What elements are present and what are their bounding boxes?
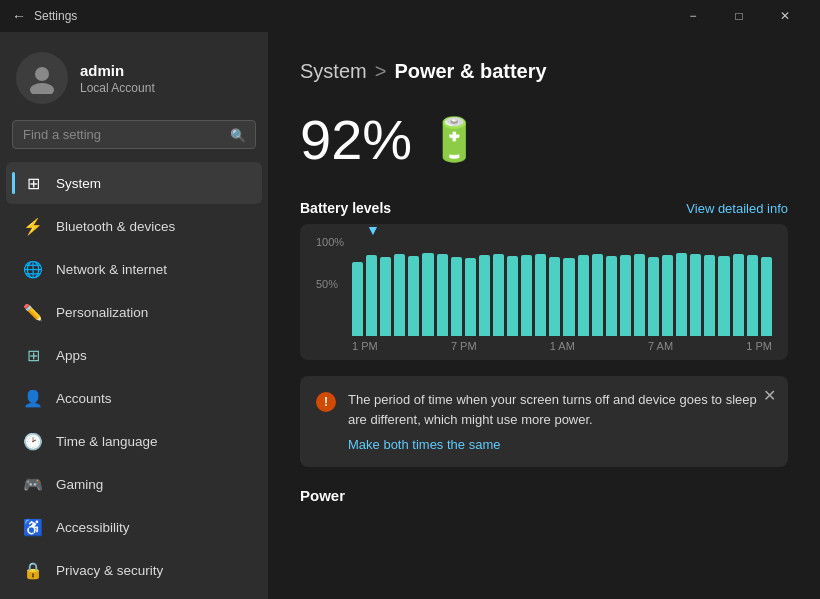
minimize-button[interactable]: − <box>670 0 716 32</box>
bluetooth-nav-label: Bluetooth & devices <box>56 219 175 234</box>
alert-action-link[interactable]: Make both times the same <box>348 437 500 452</box>
personalization-nav-icon: ✏️ <box>22 301 44 323</box>
user-account-type: Local Account <box>80 81 155 95</box>
user-name: admin <box>80 62 155 79</box>
chart-title: Battery levels <box>300 200 391 216</box>
sidebar-item-windows[interactable]: ↻Windows Update <box>6 592 262 599</box>
sidebar-item-time[interactable]: 🕑Time & language <box>6 420 262 462</box>
chart-bar <box>493 254 504 336</box>
user-avatar-icon <box>26 62 58 94</box>
chart-bar <box>408 256 419 336</box>
privacy-nav-icon: 🔒 <box>22 559 44 581</box>
title-bar: ← Settings − □ ✕ <box>0 0 820 32</box>
gaming-nav-icon: 🎮 <box>22 473 44 495</box>
breadcrumb: System > Power & battery <box>300 60 788 83</box>
chart-bar <box>422 253 433 336</box>
chart-bar <box>733 254 744 336</box>
apps-nav-icon: ⊞ <box>22 344 44 366</box>
maximize-button[interactable]: □ <box>716 0 762 32</box>
chart-bar <box>690 254 701 336</box>
x-axis-label: 7 PM <box>451 340 477 352</box>
svg-point-0 <box>35 67 49 81</box>
breadcrumb-separator: > <box>375 60 387 83</box>
battery-display: 92% 🔋 <box>300 107 788 172</box>
chart-bar <box>479 255 490 336</box>
alert-text: The period of time when your screen turn… <box>348 390 772 429</box>
chart-bar <box>676 253 687 336</box>
chart-bar <box>592 254 603 336</box>
battery-chart: 100% 50% ▼ 1 PM7 PM1 AM7 AM1 PM <box>300 224 788 360</box>
chart-bar <box>563 258 574 336</box>
chart-bar <box>648 257 659 336</box>
x-axis-label: 1 PM <box>746 340 772 352</box>
chart-bar <box>761 257 772 336</box>
chart-bar <box>366 255 377 336</box>
svg-point-1 <box>30 83 54 94</box>
chart-bar <box>634 254 645 336</box>
back-icon[interactable]: ← <box>12 8 26 24</box>
chart-bar <box>394 254 405 336</box>
network-nav-label: Network & internet <box>56 262 167 277</box>
sidebar-nav: ⊞System⚡Bluetooth & devices🌐Network & in… <box>0 161 268 599</box>
chart-bar <box>521 255 532 336</box>
x-axis-label: 1 PM <box>352 340 378 352</box>
time-nav-icon: 🕑 <box>22 430 44 452</box>
user-profile[interactable]: admin Local Account <box>0 32 268 120</box>
chart-bar <box>704 255 715 336</box>
chart-bar <box>606 256 617 336</box>
x-axis-labels: 1 PM7 PM1 AM7 AM1 PM <box>316 340 772 352</box>
chart-header: Battery levels View detailed info <box>300 200 788 216</box>
chart-bar <box>718 256 729 336</box>
alert-icon: ! <box>316 392 336 412</box>
search-box: 🔍 <box>12 120 256 149</box>
sidebar-item-network[interactable]: 🌐Network & internet <box>6 248 262 290</box>
time-nav-label: Time & language <box>56 434 158 449</box>
system-nav-label: System <box>56 176 101 191</box>
search-icon: 🔍 <box>230 127 246 142</box>
alert-box: ! The period of time when your screen tu… <box>300 376 788 467</box>
gaming-nav-label: Gaming <box>56 477 103 492</box>
network-nav-icon: 🌐 <box>22 258 44 280</box>
sidebar-item-personalization[interactable]: ✏️Personalization <box>6 291 262 333</box>
chart-bar <box>507 256 518 336</box>
power-section: Power <box>300 487 788 505</box>
chart-bar <box>747 255 758 336</box>
title-bar-title: Settings <box>34 9 77 23</box>
privacy-nav-label: Privacy & security <box>56 563 163 578</box>
bluetooth-nav-icon: ⚡ <box>22 215 44 237</box>
sidebar-item-apps[interactable]: ⊞Apps <box>6 334 262 376</box>
battery-percentage: 92% <box>300 107 412 172</box>
chart-bar <box>352 262 363 336</box>
chart-bar <box>437 254 448 336</box>
system-nav-icon: ⊞ <box>22 172 44 194</box>
accessibility-nav-icon: ♿ <box>22 516 44 538</box>
user-info: admin Local Account <box>80 62 155 95</box>
chart-bar <box>662 255 673 336</box>
sidebar-item-system[interactable]: ⊞System <box>6 162 262 204</box>
sidebar-item-bluetooth[interactable]: ⚡Bluetooth & devices <box>6 205 262 247</box>
title-bar-left: ← Settings <box>12 8 670 24</box>
chart-bar <box>451 257 462 336</box>
view-detailed-link[interactable]: View detailed info <box>686 201 788 216</box>
avatar <box>16 52 68 104</box>
close-button[interactable]: ✕ <box>762 0 808 32</box>
accessibility-nav-label: Accessibility <box>56 520 130 535</box>
sidebar: admin Local Account 🔍 ⊞System⚡Bluetooth … <box>0 32 268 599</box>
sidebar-item-accounts[interactable]: 👤Accounts <box>6 377 262 419</box>
chart-bar <box>549 257 560 336</box>
battery-chart-section: Battery levels View detailed info 100% 5… <box>300 200 788 360</box>
charge-indicator: ▼ <box>366 222 380 238</box>
alert-content: The period of time when your screen turn… <box>348 390 772 453</box>
chart-bar <box>620 255 631 336</box>
personalization-nav-label: Personalization <box>56 305 148 320</box>
breadcrumb-current: Power & battery <box>394 60 546 83</box>
chart-bar <box>465 258 476 336</box>
accounts-nav-label: Accounts <box>56 391 112 406</box>
sidebar-item-privacy[interactable]: 🔒Privacy & security <box>6 549 262 591</box>
sidebar-item-accessibility[interactable]: ♿Accessibility <box>6 506 262 548</box>
alert-close-button[interactable]: ✕ <box>763 388 776 404</box>
chart-bar <box>380 257 391 336</box>
search-input[interactable] <box>12 120 256 149</box>
sidebar-item-gaming[interactable]: 🎮Gaming <box>6 463 262 505</box>
chart-bars: ▼ <box>316 236 772 336</box>
